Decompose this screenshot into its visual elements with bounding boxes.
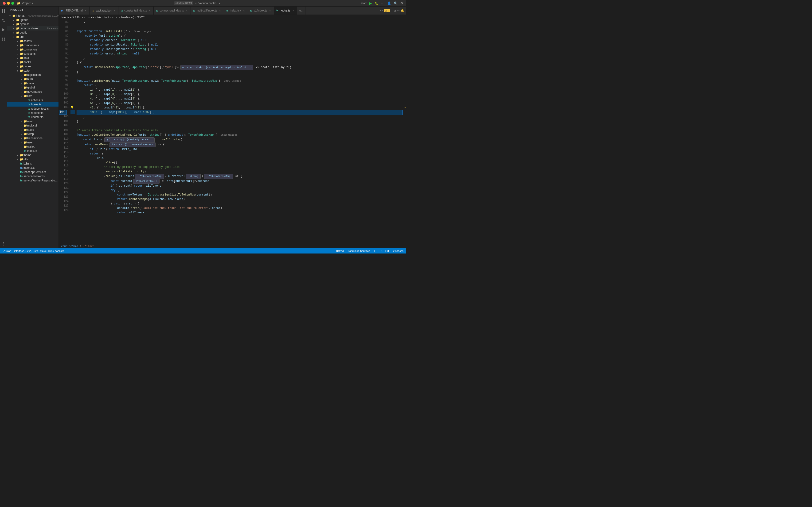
sidebar-item-wallet[interactable]: ▸ 📁 wallet: [7, 145, 58, 149]
sidebar-item-label: governance: [27, 90, 58, 94]
code-editor[interactable]: } export function useAllLists (): { Show…: [75, 20, 403, 244]
indentation-status[interactable]: 2 spaces: [392, 249, 404, 252]
project-selector[interactable]: 📁 Project ▾: [17, 2, 33, 5]
search-icon[interactable]: 🔍: [394, 1, 398, 5]
close-icon[interactable]: ✕: [148, 9, 151, 12]
sidebar-item-lists[interactable]: ▾ 📁 lists: [7, 94, 58, 98]
tab-hooks-ts[interactable]: ts hooks.ts ✕: [274, 7, 297, 14]
sidebar-item-hooks[interactable]: ▸ 📁 hooks: [7, 60, 58, 64]
sidebar-item-application[interactable]: ▸ 📁 application: [7, 73, 58, 77]
breadcrumb-lists[interactable]: lists: [97, 16, 101, 19]
explorer-icon[interactable]: [1, 8, 6, 14]
minimize-button[interactable]: [7, 2, 10, 5]
sidebar-item-data[interactable]: ▸ 📁 data: [7, 56, 58, 60]
show-usages-link-3[interactable]: Show usages: [219, 133, 238, 137]
tab-label: hooks.ts: [280, 9, 290, 12]
notifications-icon[interactable]: 🔔: [401, 9, 404, 12]
run-debug-icon[interactable]: [1, 27, 6, 33]
tab-connectors-index[interactable]: ts connectors/index.ts ✕: [154, 7, 191, 14]
close-button[interactable]: [3, 2, 6, 5]
tab-constants-index[interactable]: ts constants/index.ts ✕: [118, 7, 154, 14]
sidebar-item-reducer-test-ts[interactable]: ▸ ts reducer.test.ts: [7, 107, 58, 111]
close-icon[interactable]: ✕: [185, 9, 188, 12]
sidebar-item-transactions[interactable]: ▸ 📁 transactions: [7, 136, 58, 140]
sidebar-item-user[interactable]: ▸ 📁 user: [7, 140, 58, 145]
tab-index-tsx[interactable]: tx index.tsx ✕: [224, 7, 248, 14]
sidebar-item-pages[interactable]: ▸ 📁 pages: [7, 64, 58, 68]
tab-overflow[interactable]: to…: [297, 7, 305, 14]
account-icon[interactable]: 👤: [387, 1, 391, 5]
sidebar-item-service-worker[interactable]: ▸ ts service-worker.ts: [7, 174, 58, 178]
git-icon[interactable]: [1, 18, 6, 23]
sidebar-item-theme[interactable]: ▸ 📁 theme: [7, 153, 58, 157]
sidebar-item-i18n-ts[interactable]: ▸ ts i18n.ts: [7, 162, 58, 166]
sidebar-item-connectors[interactable]: ▸ 📁 connectors: [7, 47, 58, 52]
window-controls[interactable]: [3, 2, 14, 5]
sidebar-item-state[interactable]: ▾ 📁 state: [7, 68, 58, 73]
breadcrumb-1337[interactable]: "1337": [137, 16, 145, 19]
sidebar-item-stake[interactable]: ▸ 📁 stake: [7, 128, 58, 132]
breadcrumb-state[interactable]: state: [88, 16, 94, 19]
chevron-left-icon[interactable]: ‹: [380, 9, 381, 12]
sidebar-item-cypress[interactable]: ▸ 📁 cypress: [7, 22, 58, 26]
project-path-status[interactable]: interface-3.2.20 › src › state › lists ›…: [13, 249, 65, 252]
close-icon[interactable]: ✕: [84, 9, 87, 12]
extensions-icon[interactable]: [1, 37, 6, 42]
tab-package-json[interactable]: { } package.json ●: [90, 7, 118, 14]
language-services-status[interactable]: Language Services: [347, 249, 371, 252]
sidebar-item-constants[interactable]: ▸ 📁 constants: [7, 52, 58, 56]
more-actions-icon[interactable]: ⋯: [397, 9, 400, 12]
sidebar-item-components[interactable]: ▸ 📁 components: [7, 43, 58, 47]
sidebar-item-src[interactable]: ▾ 📁 src: [7, 35, 58, 39]
settings-icon[interactable]: ⚙: [400, 1, 403, 5]
breadcrumb-hooks[interactable]: hooks.ts: [104, 16, 114, 19]
chevron-right-icon[interactable]: ›: [382, 9, 383, 12]
run-icon[interactable]: ▶: [369, 1, 372, 5]
sidebar-item-public[interactable]: ▸ 📁 public: [7, 31, 58, 35]
close-icon[interactable]: ●: [113, 9, 116, 12]
sidebar-item-mint[interactable]: ▸ 📁 mint: [7, 119, 58, 123]
more-tools-icon[interactable]: [1, 241, 6, 246]
position-status[interactable]: 104:43: [335, 249, 345, 252]
folder-icon: 📁: [23, 94, 27, 98]
sidebar-item-node-modules[interactable]: ▸ 📁 node_modules library root: [7, 26, 58, 31]
maximize-button[interactable]: [11, 2, 14, 5]
breadcrumb-combine-maps[interactable]: combineMaps(): [116, 16, 134, 19]
sidebar-item-swap[interactable]: ▸ 📁 swap: [7, 132, 58, 136]
sidebar-item-react-app-env[interactable]: ▸ ts react-app-env.d.ts: [7, 170, 58, 174]
breadcrumb-src[interactable]: src: [82, 16, 86, 19]
sidebar-item-root[interactable]: ▾ 📁 interface-3.2.20 ~/Downloads/interfa…: [7, 14, 58, 18]
close-icon[interactable]: ✕: [218, 9, 221, 12]
line-ending-status[interactable]: LF: [373, 249, 378, 252]
sidebar-item-reducer-ts[interactable]: ▸ ts reducer.ts: [7, 111, 58, 115]
sidebar-item-global[interactable]: ▸ 📁 global: [7, 86, 58, 90]
sidebar-item-updater-ts[interactable]: ▸ ts updater.ts: [7, 115, 58, 119]
branch-status[interactable]: ⎇ start: [2, 249, 12, 252]
sidebar-item-hooks-ts[interactable]: ▸ ts hooks.ts: [7, 102, 58, 107]
sidebar-item-service-worker-reg[interactable]: ▸ ts serviceWorkerRegistration.ts: [7, 178, 58, 183]
encoding-status[interactable]: UTF-8: [381, 249, 390, 252]
close-icon[interactable]: ✕: [268, 9, 271, 12]
sidebar-item-actions-ts[interactable]: ▸ ts actions.ts: [7, 98, 58, 102]
sidebar-item-multicall[interactable]: ▸ 📁 multicall: [7, 123, 58, 128]
sidebar-item-github[interactable]: ▸ 📁 .github: [7, 18, 58, 22]
more-icon[interactable]: ⋯: [381, 1, 385, 5]
sidebar-item-assets[interactable]: ▸ 📁 assets: [7, 39, 58, 43]
split-editor-icon[interactable]: ⊡: [394, 9, 396, 12]
show-usages-link-2[interactable]: Show usages: [222, 79, 241, 83]
sidebar-item-utils[interactable]: ▸ 📁 utils: [7, 157, 58, 162]
close-icon[interactable]: ✕: [292, 9, 295, 12]
debug-icon[interactable]: 🐛: [375, 1, 378, 5]
breadcrumb-root[interactable]: interface-3.2.20: [61, 16, 80, 19]
tab-v1-index[interactable]: ts v1/index.ts ✕: [248, 7, 274, 14]
tab-readme[interactable]: M↓ README.md ✕: [59, 7, 90, 14]
sidebar-item-index-tsx[interactable]: ▸ tx index.tsx: [7, 166, 58, 170]
sidebar-item-governance[interactable]: ▸ 📁 governance: [7, 90, 58, 94]
close-icon[interactable]: ✕: [243, 9, 245, 12]
sidebar-item-burn[interactable]: ▸ 📁 burn: [7, 77, 58, 81]
sidebar-item-index-ts-state[interactable]: ▸ ts index.ts: [7, 149, 58, 153]
expand-icon[interactable]: ↑: [391, 9, 393, 12]
sidebar-item-claim[interactable]: ▸ 📁 claim: [7, 81, 58, 86]
show-usages-link[interactable]: Show usages: [133, 30, 151, 34]
tab-multicall-index[interactable]: ts multicall/index.ts ✕: [191, 7, 224, 14]
